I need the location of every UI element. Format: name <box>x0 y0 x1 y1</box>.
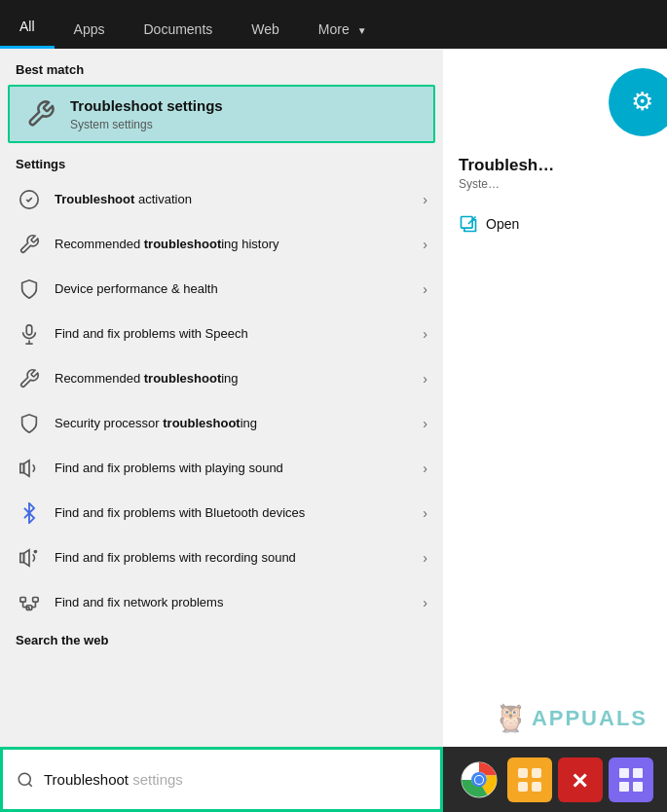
svg-rect-35 <box>633 782 643 792</box>
svg-rect-34 <box>619 782 629 792</box>
svg-text:✕: ✕ <box>571 769 588 794</box>
wrench-small-icon <box>16 365 43 392</box>
chevron-right-icon: › <box>423 326 427 342</box>
svg-marker-7 <box>24 550 30 567</box>
list-item-text: Troubleshoot activation <box>55 191 423 208</box>
chevron-right-icon: › <box>423 505 427 521</box>
search-input-display: Troubleshoot settings <box>44 771 183 788</box>
main-container: Best match Troubleshoot settings System … <box>0 49 667 812</box>
watermark-text: APPUALS <box>532 706 648 731</box>
svg-rect-33 <box>633 768 643 778</box>
svg-point-17 <box>19 773 30 785</box>
list-item-text: Find and fix problems with Speech <box>55 325 423 343</box>
list-item[interactable]: Recommended troubleshooting history › <box>0 222 443 267</box>
tab-apps[interactable]: Apps <box>55 12 125 49</box>
chevron-right-icon: › <box>423 461 427 476</box>
svg-rect-11 <box>33 598 38 603</box>
tab-documents[interactable]: Documents <box>124 12 232 49</box>
app-accent-circle: ⚙ <box>609 68 667 136</box>
sound-record-icon <box>16 544 43 572</box>
list-item[interactable]: Find and fix problems with Speech › <box>0 312 443 356</box>
left-panel: Best match Troubleshoot settings System … <box>0 49 443 812</box>
best-match-title-bold: Troubleshoot <box>70 97 163 114</box>
open-label: Open <box>486 216 519 232</box>
list-item[interactable]: Recommended troubleshooting › <box>0 356 443 401</box>
taskbar-icons: ✕ <box>443 747 667 812</box>
list-item-text: Find and fix problems with recording sou… <box>55 549 423 567</box>
wrench-icon <box>23 96 58 131</box>
svg-rect-32 <box>619 768 629 778</box>
svg-rect-1 <box>26 325 32 335</box>
list-item[interactable]: Device performance & health › <box>0 267 443 312</box>
right-panel: ⚙ Troublesh… Syste… Open <box>443 49 667 812</box>
app-x-icon[interactable]: ✕ <box>558 757 603 802</box>
watermark-owl-icon: 🦉 <box>494 702 528 734</box>
top-nav: All Apps Documents Web More ▼ <box>0 0 667 49</box>
chevron-down-icon: ▼ <box>357 25 367 36</box>
chevron-right-icon: › <box>423 281 427 297</box>
list-item-text: Recommended troubleshooting <box>55 370 423 388</box>
open-icon <box>459 214 478 234</box>
square-app-icon[interactable] <box>507 757 552 802</box>
svg-rect-30 <box>532 782 541 792</box>
tab-all[interactable]: All <box>0 9 55 49</box>
tab-web[interactable]: Web <box>232 12 299 49</box>
shield-icon <box>16 276 43 303</box>
right-panel-subtitle: Syste… <box>459 177 554 191</box>
search-typed-text: Troubleshoot <box>44 771 129 788</box>
list-item[interactable]: Find and fix problems with playing sound… <box>0 446 443 491</box>
chrome-icon[interactable] <box>457 757 501 802</box>
svg-text:⚙: ⚙ <box>631 87 653 116</box>
list-item-text: Device performance & health <box>55 280 423 298</box>
chevron-right-icon: › <box>423 371 427 387</box>
best-match-text: Troubleshoot settings System settings <box>70 96 223 131</box>
shield-icon <box>16 410 43 437</box>
microphone-icon <box>16 320 43 348</box>
watermark: 🦉 APPUALS <box>494 702 648 734</box>
chevron-right-icon: › <box>423 192 427 207</box>
network-icon <box>16 589 43 616</box>
list-item[interactable]: Security processor troubleshooting › <box>0 401 443 446</box>
svg-rect-9 <box>20 598 26 603</box>
search-icon <box>17 771 34 789</box>
tab-more[interactable]: More ▼ <box>299 12 387 49</box>
list-item-text: Find and fix network problems <box>55 594 423 611</box>
list-item-text: Find and fix problems with playing sound <box>55 460 423 477</box>
wrench-small-icon <box>16 231 43 258</box>
svg-point-26 <box>475 776 483 784</box>
best-match-item[interactable]: Troubleshoot settings System settings <box>8 85 435 143</box>
sound-icon <box>16 455 43 482</box>
settings-label: Settings <box>0 147 443 177</box>
search-placeholder-text: settings <box>129 771 183 788</box>
check-circle-icon <box>16 186 43 213</box>
open-button[interactable]: Open <box>459 214 554 234</box>
best-match-label: Best match <box>0 49 443 85</box>
search-bar[interactable]: Troubleshoot settings <box>0 747 443 812</box>
list-item-text: Security processor troubleshooting <box>55 415 423 432</box>
list-item-text: Find and fix problems with Bluetooth dev… <box>55 504 423 522</box>
svg-rect-28 <box>532 768 541 778</box>
svg-line-18 <box>28 783 31 786</box>
chevron-right-icon: › <box>423 550 427 566</box>
grid-app-icon[interactable] <box>609 757 653 802</box>
chevron-right-icon: › <box>423 237 427 252</box>
chevron-right-icon: › <box>423 595 427 610</box>
search-web-label: Search the web <box>0 625 443 651</box>
list-item[interactable]: Find and fix network problems › <box>0 580 443 625</box>
svg-rect-29 <box>518 782 528 792</box>
bluetooth-icon <box>16 499 43 527</box>
svg-marker-5 <box>24 461 30 477</box>
chevron-right-icon: › <box>423 416 427 431</box>
list-item[interactable]: Find and fix problems with recording sou… <box>0 535 443 580</box>
list-item[interactable]: Troubleshoot activation › <box>0 177 443 222</box>
right-panel-title: Troublesh… <box>459 156 554 175</box>
best-match-subtitle: System settings <box>70 118 223 131</box>
list-item[interactable]: Find and fix problems with Bluetooth dev… <box>0 491 443 535</box>
svg-point-8 <box>34 550 38 554</box>
list-item-text: Recommended troubleshooting history <box>55 236 423 253</box>
best-match-title-rest: settings <box>163 97 223 114</box>
svg-rect-27 <box>518 768 528 778</box>
